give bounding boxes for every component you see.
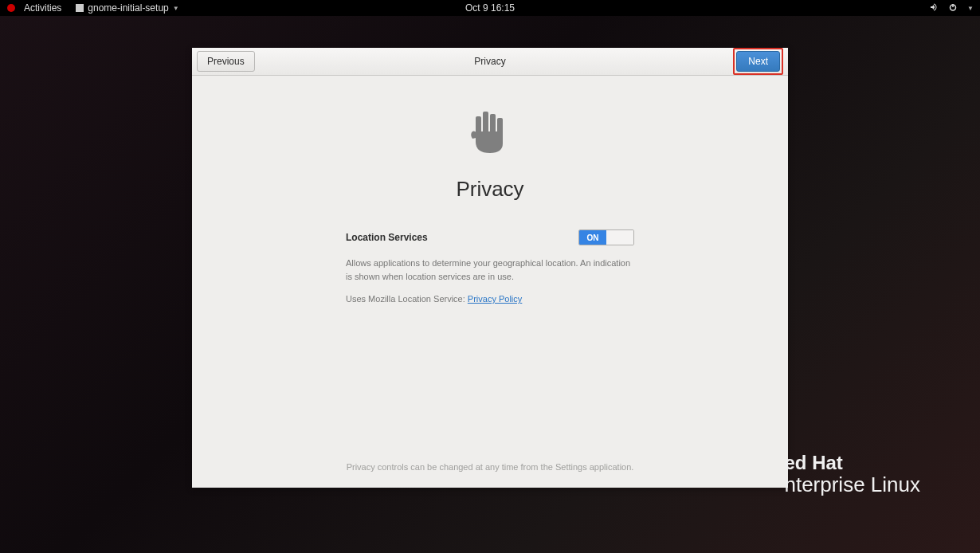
system-tray[interactable]: ▼: [929, 2, 974, 14]
dialog-header: Previous Privacy Next: [192, 48, 788, 76]
chevron-down-icon: ▼: [967, 5, 974, 12]
next-button[interactable]: Next: [736, 51, 780, 72]
mozilla-notice: Uses Mozilla Location Service: Privacy P…: [346, 294, 634, 304]
header-title: Privacy: [474, 56, 505, 67]
app-window-icon: [76, 4, 84, 12]
activities-button[interactable]: Activities: [24, 2, 61, 14]
privacy-hand-icon: [462, 104, 518, 163]
footer-note: Privacy controls can be changed at any t…: [347, 462, 634, 472]
location-services-row: Location Services ON: [346, 229, 634, 245]
location-services-description: Allows applications to determine your ge…: [346, 257, 634, 283]
location-services-label: Location Services: [346, 232, 428, 243]
initial-setup-dialog: Previous Privacy Next Privacy Location S…: [192, 48, 788, 488]
toggle-on-label: ON: [579, 230, 606, 245]
app-menu[interactable]: gnome-initial-setup ▼: [76, 2, 178, 14]
brand-watermark: ed Hat nterprise Linux: [784, 453, 920, 497]
mozilla-prefix: Uses Mozilla Location Service:: [346, 294, 468, 304]
dialog-body: Privacy Location Services ON Allows appl…: [192, 76, 788, 488]
privacy-policy-link[interactable]: Privacy Policy: [468, 294, 522, 304]
previous-button[interactable]: Previous: [197, 51, 255, 72]
app-menu-label: gnome-initial-setup: [88, 2, 168, 14]
redhat-logo-icon: [6, 3, 16, 13]
page-title: Privacy: [456, 177, 523, 202]
location-services-toggle[interactable]: ON: [578, 229, 634, 245]
power-icon[interactable]: [948, 2, 958, 14]
toggle-handle: [606, 230, 633, 245]
clock[interactable]: Oct 9 16:15: [465, 2, 515, 14]
volume-icon[interactable]: [929, 2, 939, 14]
chevron-down-icon: ▼: [173, 5, 179, 12]
brand-line-1: ed Hat: [784, 453, 920, 473]
brand-line-2: nterprise Linux: [784, 473, 920, 497]
next-button-highlight: Next: [733, 48, 783, 75]
svg-point-0: [7, 4, 15, 12]
top-bar: Activities gnome-initial-setup ▼ Oct 9 1…: [0, 0, 980, 16]
content-section: Location Services ON Allows applications…: [346, 229, 634, 304]
topbar-left: Activities gnome-initial-setup ▼: [6, 2, 179, 14]
